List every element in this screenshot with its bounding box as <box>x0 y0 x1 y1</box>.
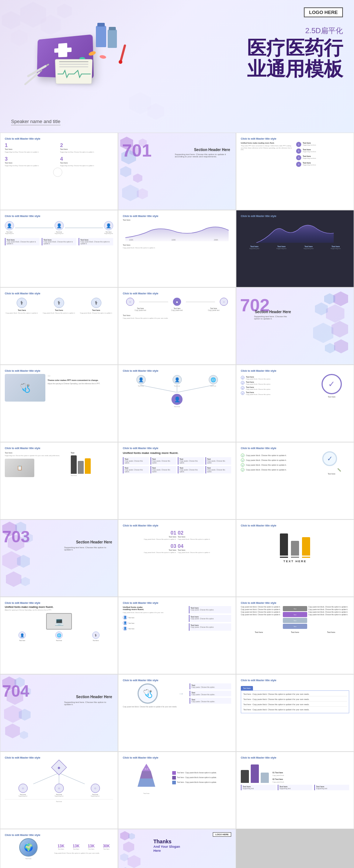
checklist-2: ✓Copy paste block. Choose this option to… <box>241 454 312 472</box>
svg-marker-9 <box>142 764 151 771</box>
speaker-label: Speaker name and title <box>11 119 60 125</box>
section-sub-4: Supporting text here. Choose this option… <box>64 701 112 706</box>
section-header-2: Section Header Here <box>255 310 291 314</box>
slide-21-title: Click to edit Master title style <box>241 602 349 604</box>
slide-9-hexbg <box>289 291 348 361</box>
hero-title: 医疗医药行 业通用模板 <box>247 38 343 80</box>
slide-28[interactable]: Click to edit Master title style 🌍 Text … <box>0 829 118 868</box>
slides-grid: Click to edit Master title style 1 Text … <box>0 133 354 868</box>
slide-4-title: Click to edit Master title style <box>5 215 113 217</box>
svg-line-5 <box>177 385 214 392</box>
slide-5-title: Click to edit Master title style <box>123 215 231 217</box>
svg-text:3+2: 3+2 <box>145 768 148 770</box>
slide-6-chart <box>241 221 349 243</box>
slide-21-content: Copy paste text block. Choose this optio… <box>241 606 349 633</box>
hero-subtitle: 2.5D扁平化 <box>247 26 343 36</box>
slide-7-title: Click to edit Master title style <box>5 292 113 295</box>
slide-17-content2: 03 Text here Copy paste block. Choose th… <box>123 543 231 553</box>
slide-26[interactable]: Click to edit Master title style 3+2 Tex… <box>118 752 236 829</box>
slide-7[interactable]: Click to edit Master title style ⚕ Text … <box>0 287 118 365</box>
slide-8-flow: ○ ● ○ Text hereCopy paste text Text here… <box>123 298 231 319</box>
slide-23[interactable]: Click to edit Master title style 🩺 → Tex… <box>118 674 236 752</box>
slide-20[interactable]: Click to edit Master title style Unified… <box>118 597 236 674</box>
slide-14[interactable]: Click to edit Master title style Unified… <box>118 442 236 519</box>
svg-text:200K: 200K <box>214 239 218 241</box>
slide-1[interactable]: Click to edit Master title style 1 Text … <box>0 133 118 210</box>
slide-9[interactable]: 702 Section Header Here Supporting text … <box>236 287 354 365</box>
slide-4[interactable]: Click to edit Master title style 👤 Text … <box>0 210 118 287</box>
slide-1-content: 1 Text here Supporting text they. Choose… <box>5 142 113 153</box>
section-num-701: 701 <box>122 140 152 161</box>
slide-13[interactable]: Click to edit Master title style Text he… <box>0 442 118 519</box>
slide-6-labels: Text hereSupporting text Text hereSuppor… <box>241 245 349 249</box>
slide-19-title: Click to edit Master title style <box>5 602 113 604</box>
slide-24-tabs: Text here Text here - Copy paste block. … <box>241 684 349 713</box>
svg-marker-11 <box>138 778 155 787</box>
slide-3[interactable]: Click to edit Master title style Unified… <box>236 133 354 210</box>
slide-19[interactable]: Click to edit Master title style Unified… <box>0 597 118 674</box>
slide-6-title: Click to edit Master title style <box>241 215 349 217</box>
slide-4-textboxes: Text hereCopy paste block. Choose this o… <box>5 238 113 245</box>
slide-11-title: Click to edit Master title style <box>123 370 231 372</box>
svg-text:100K: 100K <box>171 239 176 241</box>
slide-25-flow: ◆ ○ Text here Supporting text ○ Text her… <box>5 762 113 802</box>
slide-6[interactable]: Click to edit Master title style Text he… <box>236 210 354 287</box>
slide-5-chart: 100K 100K 200K <box>123 223 231 241</box>
slide-28-title: Click to edit Master title style <box>5 834 113 836</box>
slide-25[interactable]: Click to edit Master title style ◆ ○ Tex… <box>0 752 118 829</box>
slide-20-content: Unified fonts makereading more fluent. C… <box>123 606 231 631</box>
slide-20-title: Click to edit Master title style <box>123 602 231 604</box>
slide-1-title: Click to edit Master title style <box>5 137 113 140</box>
svg-text:100K: 100K <box>129 239 133 241</box>
slide-18[interactable]: Click to edit Master title style TEXT HE… <box>236 519 354 597</box>
svg-line-3 <box>140 385 177 392</box>
slide-12[interactable]: Click to edit Master title style ✓Text h… <box>236 365 354 442</box>
slide-24[interactable]: Click to edit Master title style Text he… <box>236 674 354 752</box>
slide-29-logo: LOGO HERE <box>213 832 231 837</box>
slide-5-sub: Text here <box>123 219 231 221</box>
slide-10-title: Click to edit Master title style <box>5 370 113 372</box>
slide-7-cols: ⚕ Text here Copy paste block. Choose thi… <box>5 298 113 314</box>
slide-15[interactable]: Click to edit Master title style ✓Copy p… <box>236 442 354 519</box>
slide-15-title: Click to edit Master title style <box>241 447 349 449</box>
slide-25-title: Click to edit Master title style <box>5 756 113 759</box>
section-header-3: Section Header Here <box>76 540 112 544</box>
section-header-4: Section Header Here <box>76 695 112 699</box>
slide-11[interactable]: Click to edit Master title style 👤 Text … <box>118 365 236 442</box>
slide-27-title: Click to edit Master title style <box>241 756 349 759</box>
slide-15-content: ✓Copy paste block. Choose this option to… <box>241 451 349 475</box>
section-header-1: Section Header Here <box>194 148 230 152</box>
slide-5[interactable]: Click to edit Master title style Text he… <box>118 210 236 287</box>
slide-23-content: 🩺 → TextCopy paste. Choose this option. … <box>123 683 231 704</box>
slide-16[interactable]: 703 Section Header Here Supporting text … <box>0 519 118 597</box>
svg-line-8 <box>59 773 85 784</box>
slide-17-title: Click to edit Master title style <box>123 524 231 527</box>
checklist-items: ✓Text hereCopy paste block. Choose this … <box>241 376 311 395</box>
slide-12-content: ✓Text hereCopy paste block. Choose this … <box>241 374 349 398</box>
slide-22[interactable]: 704 Section Header Here Supporting text … <box>0 674 118 752</box>
slide-1-content2: 3 Text here Supporting text they. Choose… <box>5 156 113 167</box>
slide-8[interactable]: Click to edit Master title style ○ ● ○ T… <box>118 287 236 365</box>
slide-27-content: 01 Text Item Copy paste block. 02 Text I… <box>241 761 349 790</box>
slide-26-content: 3+2 Text here Text here - Copy paste blo… <box>123 761 231 794</box>
slide-3-title: Click to edit Master title style <box>241 137 349 140</box>
hero-content: 2.5D扁平化 医疗医药行 业通用模板 <box>247 26 343 80</box>
chart-label: TEXT HERE <box>241 560 349 563</box>
slide-10-content: 🩺 " Theme color makes PPT more convenien… <box>5 374 113 402</box>
slide-29-thanks: Thanks And Your Slogan Here <box>153 839 180 853</box>
slide-29[interactable]: LOGO HERE Thanks And Your Slogan Here <box>118 829 236 868</box>
slide-4-flow: 👤 Text here Supporting text 👤 Text here … <box>5 221 113 234</box>
svg-marker-10 <box>140 771 153 778</box>
section-sub-2: Supporting text here. Choose this option… <box>254 315 291 320</box>
slide-18-title: Click to edit Master title style <box>241 524 349 527</box>
slide-8-title: Click to edit Master title style <box>123 292 231 295</box>
slide-21[interactable]: Click to edit Master title style Copy pa… <box>236 597 354 674</box>
slide-17[interactable]: Click to edit Master title style 01 Text… <box>118 519 236 597</box>
section-sub-3: Supporting text here. Choose this option… <box>64 546 112 551</box>
slide-2[interactable]: 701 Section Header Here Supporting text … <box>118 133 236 210</box>
slide-10[interactable]: Click to edit Master title style 🩺 " The… <box>0 365 118 442</box>
slide-27[interactable]: Click to edit Master title style 01 Text… <box>236 752 354 829</box>
slide-19-laptop: 💻 <box>5 613 113 630</box>
hero-illustration <box>7 7 125 111</box>
slide-24-title: Click to edit Master title style <box>241 679 349 682</box>
